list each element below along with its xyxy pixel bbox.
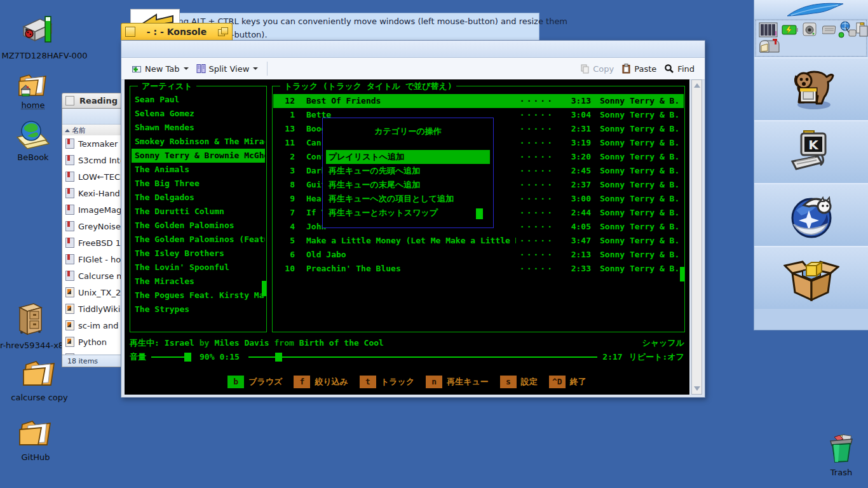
track-list-item[interactable]: 6 Old Jabo ····· 2:13 Sonny Terry & B.. xyxy=(273,248,684,262)
artist-list-item[interactable]: The Pogues Feat. Kirsty Mac.. xyxy=(132,288,265,302)
deskbar-header[interactable] xyxy=(754,0,868,20)
battery-icon[interactable] xyxy=(782,24,798,36)
track-list-item[interactable]: 10 Preachin' The Blues ····· 2:33 Sonny … xyxy=(273,262,684,276)
key-menu-entry[interactable]: f 絞り込み xyxy=(294,376,348,388)
key-badge[interactable]: f xyxy=(294,376,310,388)
artist-list-item[interactable]: Sonny Terry & Brownie McGhee xyxy=(132,149,265,163)
konsole-window-tab[interactable]: - : - Konsole xyxy=(121,23,233,40)
terminal-cmus[interactable]: アーティスト Sean Paul Selena Gomez Shawn Mend… xyxy=(125,79,689,395)
key-menu-entry[interactable]: t トラック xyxy=(360,376,414,388)
desktop-icon-label: er-hrev59344-x8 xyxy=(0,341,64,350)
folder-icon xyxy=(21,357,58,391)
track-number: 9 xyxy=(273,192,295,206)
track-list-item[interactable]: 12 Best Of Friends ····· 3:13 Sonny Terr… xyxy=(273,94,684,108)
artist-list-item[interactable]: Selena Gomez xyxy=(132,107,265,121)
popup-menu-item[interactable]: 再生キューの先頭へ追加 xyxy=(326,164,490,178)
key-badge[interactable]: s xyxy=(500,376,517,388)
desktop-icon-github[interactable]: GitHub xyxy=(9,417,62,462)
sort-ascending-icon xyxy=(65,129,70,132)
volume-speaker-icon[interactable] xyxy=(802,22,818,38)
process-controller-icon[interactable] xyxy=(759,22,778,37)
volume-slider[interactable] xyxy=(151,356,191,358)
artist-list-item[interactable]: The Strypes xyxy=(132,302,265,316)
key-menu-entry[interactable]: b ブラウズ xyxy=(227,376,282,388)
launcher-konsole[interactable]: K xyxy=(754,120,868,183)
track-scrollbar-thumb[interactable] xyxy=(680,267,684,281)
track-number: 11 xyxy=(273,136,295,150)
desktop-icon-trash[interactable]: Trash xyxy=(820,433,863,477)
artist-list-item[interactable]: The Golden Palominos (Featu.. xyxy=(132,233,265,247)
key-badge[interactable]: b xyxy=(227,376,244,388)
terminal-scrollbar[interactable] xyxy=(691,79,702,395)
copy-button[interactable]: Copy xyxy=(576,62,618,76)
key-menu-entry[interactable]: n 再生キュー xyxy=(426,376,489,388)
key-menu-entry[interactable]: ^D 終了 xyxy=(549,376,587,388)
new-tab-button[interactable]: New Tab xyxy=(128,62,193,76)
popup-menu-item[interactable]: 再生キューとホットスワップ xyxy=(326,206,490,220)
desktop-icon-home[interactable]: home xyxy=(10,71,56,110)
artist-list-item[interactable]: The Isley Brothers xyxy=(132,247,265,261)
tracker-window-tab[interactable]: Reading l xyxy=(62,93,124,108)
artist-list-item[interactable]: Smokey Robinson & The Mirac.. xyxy=(132,135,265,149)
launcher-haikudepot[interactable] xyxy=(754,246,868,309)
track-artist: Sonny Terry & B.. xyxy=(600,262,680,276)
popup-menu-item[interactable]: 再生キューへ次の項目として追加 xyxy=(326,192,490,206)
artist-name: Shawn Mendes xyxy=(135,123,194,132)
seek-slider-thumb[interactable] xyxy=(275,353,282,362)
close-button[interactable] xyxy=(65,96,74,105)
artist-list-item[interactable]: The Durutti Column xyxy=(132,205,265,219)
artist-list-item[interactable]: The Golden Palominos xyxy=(132,219,265,233)
track-duration: 3:04 xyxy=(560,108,591,122)
mailbox-icon[interactable] xyxy=(757,38,780,55)
close-button[interactable] xyxy=(125,27,135,37)
keymap-icon[interactable] xyxy=(822,25,836,34)
artist-scrollbar-thumb[interactable] xyxy=(262,281,266,296)
desktop-icon-disk[interactable]: NG MZ7TD128HAFV-000 xyxy=(5,13,69,60)
artist-list-item[interactable]: The Delgados xyxy=(132,191,265,205)
desktop-icon-label: calcurse copy xyxy=(11,393,67,402)
track-rating-dots: ····· xyxy=(516,262,554,276)
volume-percent: 90% xyxy=(200,350,214,364)
popup-item-label: 再生キューとホットスワップ xyxy=(329,208,438,217)
volume-slider-thumb[interactable] xyxy=(184,353,191,362)
track-artist: Sonny Terry & B.. xyxy=(600,234,680,248)
popup-menu-item[interactable]: 再生キューの末尾へ追加 xyxy=(326,178,490,192)
artist-name: The Delgados xyxy=(135,193,194,202)
desktop-icon-bebook[interactable]: BeBook xyxy=(6,119,60,162)
launcher-webpositive[interactable] xyxy=(754,183,868,246)
zoom-button[interactable] xyxy=(218,27,228,36)
category-actions-popup: カテゴリーの操作 プレイリストへ追加 再生キューの先頭へ追加 再生キューの末尾へ… xyxy=(322,118,494,228)
file-icon xyxy=(65,320,74,330)
find-button[interactable]: Find xyxy=(660,62,698,76)
artist-list-item[interactable]: The Animals xyxy=(132,163,265,177)
track-rating-dots: ····· xyxy=(516,220,554,234)
artist-list-item[interactable]: The Big Three xyxy=(132,177,265,191)
key-menu-entry[interactable]: s 設定 xyxy=(500,376,538,388)
file-icon xyxy=(65,287,74,297)
clipboard-pages-icon[interactable] xyxy=(855,22,868,38)
seek-slider[interactable] xyxy=(248,356,598,358)
desktop-icon-package[interactable]: er-hrev59344-x8 xyxy=(0,301,62,350)
split-view-icon xyxy=(196,64,206,74)
popup-menu-item[interactable]: プレイリストへ追加 xyxy=(326,150,490,164)
track-list-item[interactable]: 5 Make a Little Money (Let Me Make a Lit… xyxy=(273,234,684,248)
artist-list-item[interactable]: The Lovin' Spoonful xyxy=(132,261,265,274)
key-badge[interactable]: ^D xyxy=(549,376,566,388)
popup-item-label: 再生キューへ次の項目として追加 xyxy=(329,194,454,203)
desktop-icon-label: NG MZ7TD128HAFV-000 xyxy=(0,51,87,60)
artist-list-item[interactable]: The Miracles xyxy=(132,274,265,288)
file-name: TiddlyWiki xyxy=(78,304,120,314)
launcher-showimage[interactable] xyxy=(754,57,868,120)
key-badge[interactable]: n xyxy=(426,376,442,388)
scroll-up-arrow[interactable] xyxy=(694,83,700,88)
artist-list-item[interactable]: Sean Paul xyxy=(132,93,265,107)
scroll-down-arrow[interactable] xyxy=(694,386,700,391)
split-view-button[interactable]: Split View xyxy=(193,62,262,76)
key-badge[interactable]: t xyxy=(360,376,376,388)
track-pane-title: トラック (トラック タイトル で並び替え) xyxy=(280,81,456,92)
k-computer-icon: K xyxy=(785,126,838,179)
popup-item-label: 再生キューの末尾へ追加 xyxy=(329,180,420,189)
artist-list-item[interactable]: Shawn Mendes xyxy=(132,121,265,135)
key-action-label: 再生キュー xyxy=(447,376,489,388)
paste-button[interactable]: Paste xyxy=(618,62,660,76)
